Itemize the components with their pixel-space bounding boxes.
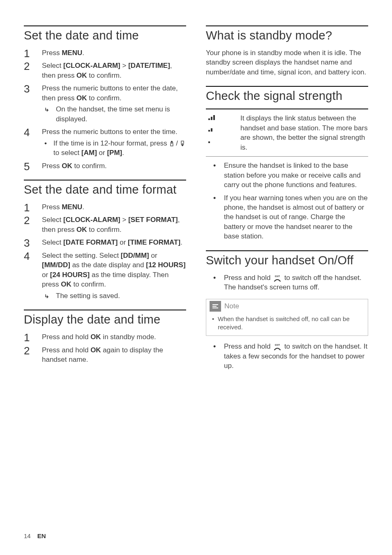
left-column: Set the date and time Press MENU. Select… bbox=[24, 25, 186, 374]
svg-rect-0 bbox=[171, 143, 173, 146]
svg-rect-6 bbox=[211, 128, 212, 132]
result-item: The setting is saved. bbox=[42, 291, 186, 301]
switch-off-list: Press and hold EXIT to switch off the ha… bbox=[206, 273, 368, 292]
heading-switch-on-off: Switch your handset On/Off bbox=[206, 250, 368, 267]
step-item: Press and hold OK again to display the h… bbox=[24, 345, 186, 365]
list-item: Ensure the handset is linked to the base… bbox=[206, 161, 368, 190]
steps-set-date-time: Press MENU. Select [CLOCK-ALARM] > [DATE… bbox=[24, 48, 186, 171]
nav-up-icon bbox=[169, 140, 174, 146]
heading-set-date-time-format: Set the date and time format bbox=[24, 180, 186, 197]
svg-rect-4 bbox=[213, 115, 215, 120]
nav-down-icon bbox=[180, 140, 185, 146]
svg-rect-1 bbox=[181, 141, 184, 143]
result-arrow-icon bbox=[44, 293, 50, 302]
step-item: Select [DATE FORMAT] or [TIME FORMAT]. bbox=[24, 238, 186, 247]
svg-text:EXIT: EXIT bbox=[275, 275, 280, 278]
exit-key-icon: EXIT bbox=[272, 275, 282, 282]
signal-notes: Ensure the handset is linked to the base… bbox=[206, 161, 368, 241]
step-item: Press the numeric buttons to enter the d… bbox=[24, 83, 186, 124]
sub-item: If the time is in 12-hour format, press … bbox=[42, 139, 186, 158]
signal-description: It displays the link status between the … bbox=[240, 113, 368, 152]
page-number: 14 bbox=[24, 532, 31, 539]
signal-1-bar-icon bbox=[208, 137, 217, 146]
step-item: Press OK to confirm. bbox=[24, 161, 186, 171]
result-arrow-icon bbox=[44, 106, 50, 116]
page-lang: EN bbox=[37, 532, 46, 539]
svg-rect-7 bbox=[208, 141, 210, 143]
signal-3-bars-icon bbox=[208, 114, 217, 123]
page-footer: 14 EN bbox=[24, 532, 46, 539]
note-text: When the handset is switched off, no cal… bbox=[212, 315, 363, 332]
steps-display-date-time: Press and hold OK in standby mode. Press… bbox=[24, 332, 186, 364]
svg-rect-3 bbox=[211, 117, 212, 120]
signal-table: It displays the link status between the … bbox=[206, 109, 368, 157]
step-item: Press MENU. bbox=[24, 202, 186, 212]
step-item: Select [CLOCK-ALARM] > [SET FORMAT], the… bbox=[24, 215, 186, 234]
step-item: Press MENU. bbox=[24, 48, 186, 58]
heading-standby-mode: What is standby mode? bbox=[206, 25, 368, 42]
list-item: If you hear warning tones when you are o… bbox=[206, 193, 368, 241]
switch-on-list: Press and hold EXIT to switch on the han… bbox=[206, 342, 368, 370]
note-icon bbox=[210, 301, 221, 312]
list-item: Press and hold EXIT to switch off the ha… bbox=[206, 273, 368, 292]
list-item: Press and hold EXIT to switch on the han… bbox=[206, 342, 368, 370]
heading-signal-strength: Check the signal strength bbox=[206, 86, 368, 103]
heading-display-date-time: Display the date and time bbox=[24, 310, 186, 326]
svg-text:EXIT: EXIT bbox=[275, 344, 280, 346]
heading-set-date-time: Set the date and time bbox=[24, 25, 186, 42]
right-column: What is standby mode? Your phone is in s… bbox=[206, 25, 368, 374]
result-item: On the handset, the time set menu is dis… bbox=[42, 104, 186, 124]
exit-key-icon: EXIT bbox=[272, 343, 282, 351]
svg-rect-5 bbox=[208, 130, 210, 132]
signal-2-bars-icon bbox=[208, 126, 217, 134]
step-item: Press and hold OK in standby mode. bbox=[24, 332, 186, 342]
para-standby: Your phone is in standby mode when it is… bbox=[206, 48, 368, 77]
step-item: Press the numeric buttons to enter the t… bbox=[24, 127, 186, 157]
steps-set-format: Press MENU. Select [CLOCK-ALARM] > [SET … bbox=[24, 202, 186, 301]
step-item: Select [CLOCK-ALARM] > [DATE/TIME], then… bbox=[24, 61, 186, 80]
svg-rect-2 bbox=[208, 118, 210, 120]
note-label: Note bbox=[224, 302, 239, 310]
note-box: Note When the handset is switched off, n… bbox=[206, 299, 368, 336]
step-item: Select the setting. Select [DD/MM] or [M… bbox=[24, 251, 186, 301]
